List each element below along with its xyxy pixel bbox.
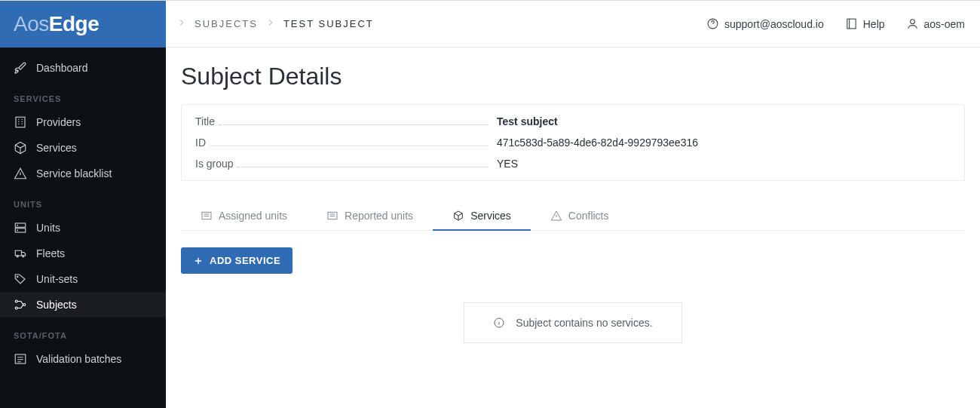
svg-point-8 xyxy=(15,300,17,302)
add-service-button[interactable]: ADD SERVICE xyxy=(181,247,292,274)
logo[interactable]: AosEdge xyxy=(0,1,166,48)
sidebar-item-label: Services xyxy=(36,142,77,154)
tabs: Assigned units Reported units Services C… xyxy=(181,202,965,231)
help-link[interactable]: Help xyxy=(845,17,885,30)
sidebar-item-label: Dashboard xyxy=(36,62,88,74)
svg-point-14 xyxy=(910,20,914,24)
empty-state: Subject contains no services. xyxy=(464,302,681,343)
cube-icon xyxy=(14,141,27,155)
book-icon xyxy=(845,17,858,30)
svg-rect-1 xyxy=(15,223,26,227)
detail-label: ID xyxy=(195,137,497,149)
sidebar-item-unit-sets[interactable]: Unit-sets xyxy=(0,266,166,292)
sidebar-item-services[interactable]: Services xyxy=(0,135,166,161)
sidebar-item-validation-batches[interactable]: Validation batches xyxy=(0,346,166,372)
sidebar-item-fleets[interactable]: Fleets xyxy=(0,241,166,266)
svg-rect-15 xyxy=(202,212,211,219)
server-icon xyxy=(14,221,27,235)
tab-conflicts[interactable]: Conflicts xyxy=(531,202,629,231)
support-link[interactable]: support@aoscloud.io xyxy=(706,17,824,30)
detail-value: YES xyxy=(497,158,951,170)
sidebar-item-label: Service blacklist xyxy=(36,167,112,179)
sidebar-section-services: SERVICES xyxy=(0,81,166,109)
detail-row-isgroup: Is group YES xyxy=(182,153,964,174)
detail-value: Test subject xyxy=(497,115,951,127)
tag-icon xyxy=(14,272,27,286)
svg-point-10 xyxy=(23,304,26,306)
svg-point-5 xyxy=(17,256,18,257)
user-icon xyxy=(906,17,919,30)
svg-rect-13 xyxy=(847,19,856,29)
detail-label: Title xyxy=(195,115,497,127)
breadcrumb-parent[interactable]: SUBJECTS xyxy=(194,18,258,29)
detail-row-id: ID 471c583d-5a89-4de6-82d4-9929793ee316 xyxy=(182,132,964,153)
sidebar-item-label: Unit-sets xyxy=(36,273,78,285)
breadcrumb-current: TEST SUBJECT xyxy=(283,18,374,29)
details-card: Title Test subject ID 471c583d-5a89-4de6… xyxy=(181,104,965,181)
page-title: Subject Details xyxy=(181,63,965,90)
tab-services[interactable]: Services xyxy=(433,202,531,231)
main: SUBJECTS TEST SUBJECT support@aoscloud.i… xyxy=(166,1,980,408)
sidebar: AosEdge Dashboard SERVICES Providers Ser… xyxy=(0,1,166,408)
list-icon xyxy=(201,210,213,222)
sidebar-item-label: Validation batches xyxy=(36,353,121,365)
sidebar-item-label: Providers xyxy=(36,116,81,128)
tab-reported-units[interactable]: Reported units xyxy=(307,202,433,231)
empty-message: Subject contains no services. xyxy=(516,317,652,329)
chevron-right-icon xyxy=(265,17,276,30)
list-icon xyxy=(326,210,338,222)
network-icon xyxy=(14,298,27,311)
help-circle-icon xyxy=(706,17,719,30)
chevron-right-icon xyxy=(176,17,187,30)
content: Subject Details Title Test subject ID 47… xyxy=(166,48,980,408)
user-menu[interactable]: aos-oem xyxy=(906,17,965,30)
tab-assigned-units[interactable]: Assigned units xyxy=(181,202,307,231)
sidebar-item-providers[interactable]: Providers xyxy=(0,109,166,135)
detail-value: 471c583d-5a89-4de6-82d4-9929793ee316 xyxy=(497,137,951,149)
detail-row-title: Title Test subject xyxy=(182,111,964,132)
svg-rect-0 xyxy=(16,117,25,127)
sidebar-item-label: Fleets xyxy=(36,247,65,259)
breadcrumb: SUBJECTS TEST SUBJECT xyxy=(176,17,374,30)
sidebar-item-service-blacklist[interactable]: Service blacklist xyxy=(0,161,166,186)
detail-label: Is group xyxy=(195,158,497,170)
sidebar-item-dashboard[interactable]: Dashboard xyxy=(0,55,166,81)
svg-point-3 xyxy=(17,225,18,225)
sidebar-section-units: UNITS xyxy=(0,186,166,215)
logo-text: AosEdge xyxy=(14,12,99,36)
sidebar-item-label: Units xyxy=(36,222,60,234)
truck-icon xyxy=(14,247,27,260)
list-icon xyxy=(14,352,27,366)
warning-icon xyxy=(550,210,562,222)
svg-rect-2 xyxy=(15,229,26,232)
topbar-right: support@aoscloud.io Help aos-oem xyxy=(706,17,965,30)
svg-point-9 xyxy=(15,307,17,309)
info-icon xyxy=(493,317,505,329)
plus-icon xyxy=(193,256,204,266)
sidebar-section-sotafota: SOTA/FOTA xyxy=(0,318,166,346)
topbar: SUBJECTS TEST SUBJECT support@aoscloud.i… xyxy=(166,1,980,48)
svg-point-4 xyxy=(17,230,18,231)
rocket-icon xyxy=(14,61,27,75)
sidebar-item-label: Subjects xyxy=(36,299,77,311)
svg-point-6 xyxy=(23,256,24,257)
svg-rect-16 xyxy=(328,212,337,219)
sidebar-item-units[interactable]: Units xyxy=(0,215,166,241)
svg-point-7 xyxy=(17,276,19,278)
warning-icon xyxy=(14,167,27,180)
sidebar-item-subjects[interactable]: Subjects xyxy=(0,292,166,318)
building-icon xyxy=(14,115,27,129)
cube-icon xyxy=(452,210,464,222)
